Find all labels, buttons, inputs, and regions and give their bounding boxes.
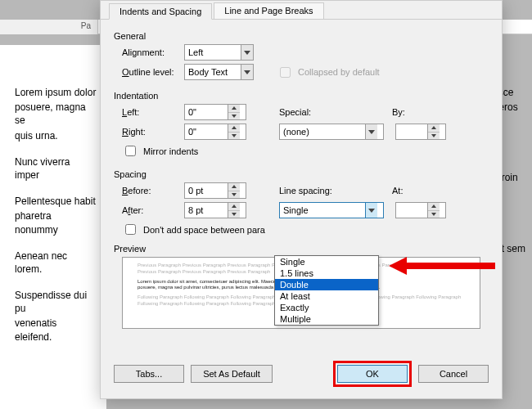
special-label: Special: bbox=[279, 107, 343, 117]
indent-left-label: Left: bbox=[114, 107, 184, 117]
line-spacing-combo[interactable] bbox=[279, 202, 384, 218]
doc-text: Suspendisse dui pu bbox=[15, 289, 97, 315]
alignment-label: Alignment: bbox=[114, 47, 184, 57]
chevron-down-icon[interactable] bbox=[241, 65, 253, 79]
document-page: Lorem ipsum dolor posuere, magna se quis… bbox=[0, 45, 106, 409]
at-spinner[interactable] bbox=[395, 202, 446, 218]
dialog-body: General Alignment: OOutline level:utline… bbox=[101, 20, 502, 353]
annotation-arrow bbox=[389, 257, 495, 275]
line-spacing-option-single[interactable]: Single bbox=[275, 256, 378, 267]
section-indentation: Indentation bbox=[114, 91, 489, 101]
doc-text: Aenean nec lorem. bbox=[15, 249, 97, 276]
before-spinner[interactable] bbox=[184, 182, 246, 199]
mirror-indents-checkbox[interactable]: Mirror indents bbox=[122, 143, 198, 159]
special-combo[interactable] bbox=[279, 124, 384, 140]
ok-button[interactable]: OK bbox=[337, 365, 408, 383]
at-label: At: bbox=[392, 186, 403, 196]
alignment-value[interactable] bbox=[185, 45, 241, 60]
by-spinner[interactable] bbox=[395, 124, 446, 140]
tabs-button[interactable]: Tabs... bbox=[114, 365, 184, 383]
before-label: Before: bbox=[114, 186, 184, 196]
indent-left-value[interactable] bbox=[185, 105, 228, 119]
by-value[interactable] bbox=[396, 124, 427, 139]
tab-indents-spacing[interactable]: Indents and Spacing bbox=[109, 3, 212, 20]
dialog-button-row: Tabs... Set As Default OK Cancel bbox=[101, 353, 502, 398]
chevron-down-icon[interactable] bbox=[241, 45, 253, 60]
doc-text: pharetra nonummy bbox=[15, 209, 97, 236]
section-preview: Preview bbox=[114, 244, 489, 254]
outline-combo[interactable] bbox=[184, 64, 254, 80]
tab-line-page-breaks[interactable]: Line and Page Breaks bbox=[214, 2, 323, 19]
after-label: After: bbox=[114, 205, 184, 215]
cancel-button[interactable]: Cancel bbox=[418, 365, 489, 383]
set-as-default-button[interactable]: Set As Default bbox=[191, 365, 273, 383]
spinner-icon[interactable] bbox=[228, 124, 240, 139]
doc-text: posuere, magna se bbox=[15, 101, 97, 127]
doc-text: venenatis eleifend. bbox=[15, 317, 97, 343]
outline-value[interactable] bbox=[185, 65, 241, 79]
section-general: General bbox=[114, 31, 489, 41]
indent-left-spinner[interactable] bbox=[184, 104, 246, 120]
spinner-icon[interactable] bbox=[228, 183, 240, 198]
section-spacing: Spacing bbox=[114, 169, 489, 179]
line-spacing-dropdown[interactable]: Single 1.5 lines Double At least Exactly… bbox=[274, 255, 379, 326]
spinner-icon[interactable] bbox=[228, 203, 240, 218]
spinner-icon[interactable] bbox=[427, 124, 440, 139]
ruler-left: Pa bbox=[0, 20, 98, 34]
doc-text: Pellentesque habit bbox=[15, 195, 97, 208]
by-label: By: bbox=[392, 107, 405, 117]
line-spacing-option-at-least[interactable]: At least bbox=[275, 290, 378, 302]
outline-label: OOutline level:utline level: bbox=[114, 67, 184, 77]
line-spacing-option-double[interactable]: Double bbox=[275, 279, 378, 290]
spinner-icon[interactable] bbox=[427, 203, 440, 218]
special-value[interactable] bbox=[280, 124, 365, 139]
ok-highlight: OK bbox=[333, 361, 412, 387]
chevron-down-icon[interactable] bbox=[365, 124, 377, 139]
line-spacing-option-exactly[interactable]: Exactly bbox=[275, 302, 378, 313]
doc-text: Lorem ipsum dolor bbox=[15, 86, 97, 99]
spinner-icon[interactable] bbox=[228, 105, 240, 119]
at-value[interactable] bbox=[396, 203, 427, 218]
chevron-down-icon[interactable] bbox=[365, 203, 377, 218]
line-spacing-label: Line spacing: bbox=[279, 186, 343, 196]
dont-add-space-checkbox[interactable]: Don't add space between paraDon't add sp… bbox=[122, 222, 387, 237]
indent-right-spinner[interactable] bbox=[184, 124, 246, 140]
indent-right-label: Right: bbox=[114, 127, 184, 137]
indent-right-value[interactable] bbox=[185, 124, 228, 139]
alignment-combo[interactable] bbox=[184, 44, 254, 61]
paragraph-dialog: Indents and Spacing Line and Page Breaks… bbox=[100, 0, 503, 399]
line-spacing-value[interactable] bbox=[280, 203, 365, 218]
before-value[interactable] bbox=[185, 183, 228, 198]
dialog-tabs: Indents and Spacing Line and Page Breaks bbox=[101, 1, 502, 20]
line-spacing-option-1-5[interactable]: 1.5 lines bbox=[275, 267, 378, 279]
doc-text: quis urna. bbox=[15, 129, 97, 142]
collapsed-checkbox: Collapsed by default bbox=[277, 65, 380, 80]
line-spacing-option-multiple[interactable]: Multiple bbox=[275, 313, 378, 325]
doc-text: Nunc viverra imper bbox=[15, 155, 97, 182]
after-spinner[interactable] bbox=[184, 202, 246, 218]
after-value[interactable] bbox=[185, 203, 228, 218]
